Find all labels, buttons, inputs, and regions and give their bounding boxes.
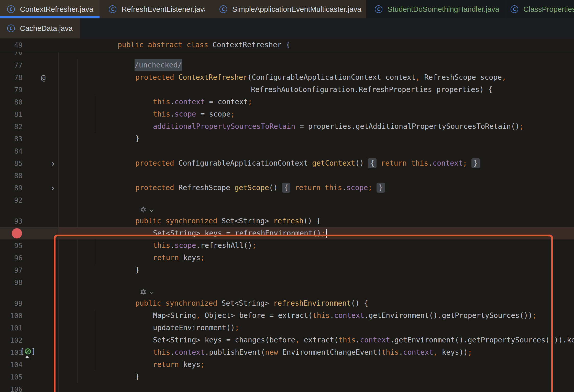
- code-token: ,: [416, 73, 420, 82]
- gutter-cell[interactable]: 77: [0, 59, 58, 71]
- java-class-icon: C: [219, 5, 227, 13]
- code-line: 102Set<String> keys = changes(before, ex…: [0, 334, 574, 346]
- line-number: 95: [14, 239, 23, 252]
- code-token: scope: [174, 241, 196, 250]
- gutter-cell[interactable]: 76: [0, 52, 58, 59]
- code-line: 89›protected RefreshScope getScope() { r…: [0, 182, 574, 194]
- gutter-cell[interactable]: 102: [0, 334, 58, 346]
- method-actions-icon[interactable]: [139, 206, 147, 215]
- gutter-cell[interactable]: 79: [0, 84, 58, 96]
- code-text: this.context = context;: [58, 96, 574, 108]
- gutter-cell[interactable]: 83: [0, 133, 58, 145]
- tab-classproperties[interactable]: C ClassProperties.ja: [506, 0, 574, 18]
- gutter-cell[interactable]: [0, 206, 58, 215]
- method-inlay-row: [0, 289, 574, 297]
- code-line: 81this.scope = scope;: [0, 108, 574, 120]
- gutter-cell[interactable]: 88: [0, 169, 58, 182]
- code-token: (): [355, 159, 368, 167]
- chevron-down-icon[interactable]: [150, 208, 154, 212]
- code-token: }: [135, 134, 140, 143]
- gutter-cell[interactable]: [0, 227, 58, 239]
- code-token: ;: [248, 98, 252, 106]
- code-token: ;: [200, 360, 205, 369]
- code-token: = properties.getAdditionalPropertySource…: [295, 122, 520, 131]
- gutter-cell[interactable]: 80: [0, 96, 58, 108]
- code-line: 82additionalPropertySourcesToRetain = pr…: [0, 120, 574, 133]
- tab-studentdosomethinghandler[interactable]: C StudentDoSomethingHandler.java: [366, 0, 506, 18]
- gutter-cell[interactable]: 106: [0, 383, 58, 392]
- code-token: ConfigurableApplicationContext: [174, 159, 312, 167]
- gutter-cell[interactable]: 103[]: [0, 346, 58, 359]
- line-number: 93: [14, 215, 23, 227]
- method-actions-icon[interactable]: [139, 289, 147, 297]
- code-token: RefreshScope: [174, 183, 235, 192]
- code-text: RefreshAutoConfiguration.RefreshProperti…: [58, 84, 574, 96]
- gutter-cell[interactable]: 82: [0, 120, 58, 133]
- gutter-triangle-icon: [25, 355, 29, 358]
- gutter-cell[interactable]: 100: [0, 309, 58, 322]
- tab-simpleapplicationeventmulticaster[interactable]: C SimpleApplicationEventMulticaster.java: [205, 0, 366, 18]
- code-text: /unchecked/: [58, 59, 574, 71]
- code-token: refreshEnvironment: [273, 299, 351, 307]
- code-token: RefreshAutoConfiguration.RefreshProperti…: [251, 85, 492, 94]
- gutter-cell[interactable]: 98: [0, 276, 58, 289]
- gutter-cell[interactable]: 93: [0, 215, 58, 227]
- code-token: .: [170, 348, 174, 356]
- code-line: 99public synchronized Set<String> refres…: [0, 297, 574, 309]
- gutter-cell[interactable]: 97: [0, 264, 58, 276]
- gutter-cell[interactable]: 81: [0, 108, 58, 120]
- line-number: 89: [14, 182, 23, 194]
- code-text: [58, 276, 574, 289]
- code-token: .: [356, 336, 360, 344]
- gutter-cell[interactable]: 89›: [0, 182, 58, 194]
- code-token: .: [342, 183, 346, 192]
- code-token: public synchronized: [135, 299, 217, 307]
- code-line: 105}: [0, 371, 574, 383]
- code-token: [174, 73, 179, 82]
- gutter-cell[interactable]: 105: [0, 371, 58, 383]
- line-number: 49: [14, 38, 23, 52]
- code-line: 85›protected ConfigurableApplicationCont…: [0, 157, 574, 169]
- line-number: 102: [10, 334, 23, 346]
- tab-cachedata[interactable]: C CacheData.java: [0, 18, 80, 38]
- gutter-cell[interactable]: 49: [0, 38, 58, 52]
- gutter-cell[interactable]: 95: [0, 239, 58, 252]
- gutter-cell[interactable]: 104: [0, 359, 58, 371]
- code-token: return this: [295, 183, 342, 192]
- method-inlay-row: [0, 206, 574, 215]
- gutter-cell[interactable]: 85›: [0, 157, 58, 169]
- code-token: return: [153, 360, 179, 369]
- gutter-cell[interactable]: 84: [0, 145, 58, 157]
- code-token: (ConfigurableApplicationContext context: [247, 73, 415, 82]
- code-editor[interactable]: 7677/unchecked/78@protected ContextRefre…: [0, 38, 574, 392]
- publish-event-gutter-icon[interactable]: []: [20, 347, 36, 356]
- code-token: Set<String>: [217, 217, 273, 225]
- code-token: ,: [502, 73, 506, 82]
- annotation-gutter-icon: @: [41, 71, 46, 84]
- gutter-cell[interactable]: 101: [0, 322, 58, 334]
- gutter-cell[interactable]: 78@: [0, 71, 58, 84]
- code-token: = scope: [196, 110, 231, 118]
- gutter-cell[interactable]: 92: [0, 194, 58, 206]
- code-text: this.scope = scope;: [58, 108, 574, 120]
- code-text: Set<String> keys = refreshEnvironment();: [58, 227, 574, 239]
- tab-refresheventlistener[interactable]: C RefreshEventListener.java: [100, 0, 205, 18]
- code-token: context: [433, 159, 463, 167]
- fold-arrow-icon[interactable]: ›: [50, 182, 56, 194]
- gutter-cell[interactable]: 99: [0, 297, 58, 309]
- breakpoint-dot[interactable]: [12, 228, 22, 238]
- folded-brace-chip[interactable]: }: [377, 183, 385, 193]
- code-token: extract(: [300, 336, 338, 344]
- code-token: () {: [351, 299, 368, 307]
- gutter-cell[interactable]: 96: [0, 252, 58, 264]
- chevron-down-icon[interactable]: [150, 290, 154, 294]
- fold-arrow-icon[interactable]: ›: [50, 157, 56, 169]
- folded-brace-chip[interactable]: {: [368, 158, 377, 168]
- code-line: 103[]this.context.publishEvent(new Envir…: [0, 346, 574, 359]
- folded-suppress-warnings[interactable]: /unchecked/: [135, 59, 182, 71]
- folded-brace-chip[interactable]: {: [282, 183, 290, 193]
- gutter-cell[interactable]: [0, 289, 58, 297]
- tab-contextrefresher[interactable]: C ContextRefresher.java ✕: [0, 0, 100, 18]
- code-text: updateEnvironment();: [58, 322, 574, 334]
- folded-brace-chip[interactable]: }: [471, 158, 480, 168]
